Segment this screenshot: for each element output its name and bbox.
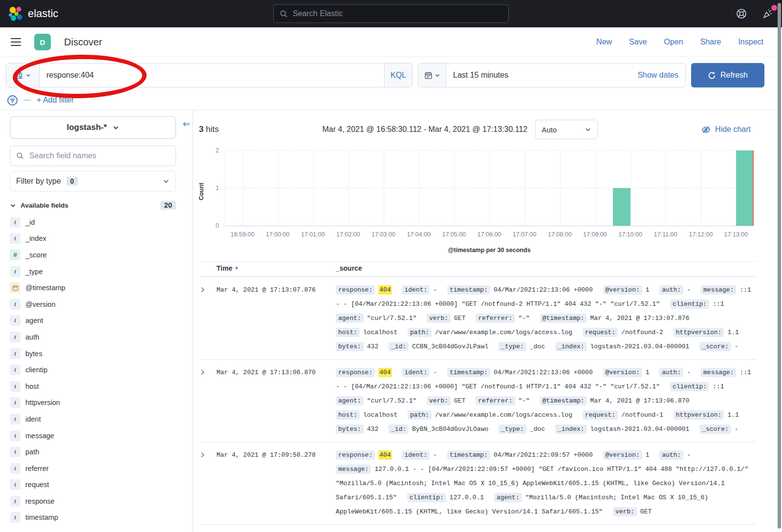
source-field-pair: _type:_doc [499,426,545,433]
source-field-pair: path:/var/www/example.com/logs/access.lo… [408,329,572,336]
global-search-input[interactable]: Search Elastic [273,4,509,23]
interval-select[interactable]: Auto [535,120,598,139]
histogram-bar[interactable] [613,188,630,226]
gridline [666,150,666,226]
doc-timestamp: Mar 4, 2021 @ 17:09:58.278 [217,448,336,519]
field-item-path[interactable]: tpath [10,444,183,460]
query-input[interactable]: response:404 [40,64,384,87]
saved-query-menu-button[interactable] [6,64,40,87]
query-language-button[interactable]: KQL [384,64,412,87]
gridline [243,150,243,226]
field-item-clientip[interactable]: tclientip [10,362,183,378]
field-pill: ident: [402,450,430,460]
query-section: response:404 KQL Last 15 minutes Show da… [0,57,782,106]
available-fields-label: Available fields [21,202,68,209]
field-item-_score[interactable]: #_score [10,247,183,263]
discover-app-badge[interactable]: D [34,34,51,50]
field-item-@timestamp[interactable]: @timestamp [10,279,183,296]
expand-row-chevron-icon[interactable] [199,365,217,436]
refresh-button[interactable]: Refresh [691,63,764,87]
source-field-pair: ident:- [402,369,437,376]
filter-by-type-toggle[interactable]: Filter by type 0 [10,171,176,192]
string-field-type-icon: t [10,348,21,359]
field-item-timestamp[interactable]: ttimestamp [10,510,183,526]
doc-table-body: Mar 4, 2021 @ 17:13:07.876response:404 i… [199,277,757,525]
date-quick-select-button[interactable] [418,64,446,87]
field-item-referrer[interactable]: treferrer [10,460,183,477]
scrollbar[interactable] [778,3,781,529]
app-navbar: D Discover New Save Open Share Inspect [0,27,782,57]
notification-dot [771,5,777,11]
field-pill: ident: [402,285,430,295]
string-field-type-icon: t [10,430,21,441]
field-pill: verb: [613,507,637,516]
field-pill: response: [336,368,375,377]
source-field-pair: response:404 [336,451,392,459]
field-item-ident[interactable]: tident [10,411,183,427]
save-button[interactable]: Save [629,38,647,46]
gridline [225,150,754,150]
field-item-response[interactable]: tresponse [10,493,183,510]
string-field-type-icon: t [10,463,21,474]
available-fields-header[interactable]: Available fields 20 [10,201,176,210]
source-field-pair: bytes:432 [336,343,378,350]
inspect-button[interactable]: Inspect [738,38,763,46]
field-item-_index[interactable]: t_index [10,231,183,247]
index-pattern-select[interactable]: logstash-* [10,116,176,139]
field-label: _index [25,234,46,242]
table-row: Mar 4, 2021 @ 17:09:58.278response:404 i… [199,442,757,525]
histogram-bar[interactable] [736,150,754,226]
expand-row-chevron-icon[interactable] [199,448,217,519]
collapse-sidebar-icon[interactable]: ⇐ [183,120,190,128]
time-range-value[interactable]: Last 15 minutes [446,71,637,80]
field-search-input[interactable]: Search field names [10,146,176,166]
source-field-pair: clientip:::1 [670,300,724,308]
time-column-header[interactable]: Time ▼ [217,264,336,272]
field-item-message[interactable]: tmessage [10,427,183,444]
source-field-pair: _id:CCBN_3cB04dGovJLPawl [389,343,488,350]
field-item-auth[interactable]: tauth [10,329,183,345]
x-tick-label: 17:07:00 [513,231,537,238]
add-filter-button[interactable]: + Add filter [37,96,74,105]
field-pill: _index: [555,425,587,434]
sort-desc-icon[interactable]: ▼ [234,266,239,271]
hide-chart-button[interactable]: Hide chart [701,125,751,134]
y-tick-label: 1 [216,185,219,192]
field-item-_type[interactable]: t_type [10,263,183,280]
field-item-@version[interactable]: t@version [10,296,183,313]
open-button[interactable]: Open [664,38,683,46]
show-dates-button[interactable]: Show dates [637,71,685,80]
field-item-host[interactable]: thost [10,378,183,395]
field-search-placeholder: Search field names [29,151,96,160]
elastic-brand[interactable]: elastic [8,6,58,21]
menu-hamburger-icon[interactable] [11,38,21,46]
field-pill: message: [701,368,736,377]
content: logstash-* ⇐ Search field names Filter b… [0,110,782,532]
field-item-request[interactable]: trequest [10,477,183,493]
expand-row-chevron-icon[interactable] [199,283,217,354]
share-button[interactable]: Share [700,38,721,46]
new-button[interactable]: New [596,38,612,46]
gridline [278,150,279,226]
field-item-agent[interactable]: tagent [10,313,183,329]
histogram-plot: 012 [225,150,754,226]
source-field-pair: httpversion:1.1 [673,329,739,336]
field-item-bytes[interactable]: tbytes [10,345,183,362]
help-button[interactable] [735,7,748,20]
highlighted-value: 404 [378,368,391,377]
field-label: timestamp [25,513,58,521]
newsfeed-button[interactable] [761,7,774,20]
source-field-pair: ident:- [402,286,437,294]
gridline [313,150,314,226]
filter-icon[interactable] [7,95,18,106]
x-axis-title: @timestamp per 30 seconds [225,247,754,254]
source-field-pair: clientip:::1 [670,383,724,390]
x-tick-label: 17:05:00 [442,231,466,238]
field-label: @version [25,300,55,308]
field-item-_id[interactable]: t_id [10,214,183,231]
field-pill: _index: [555,342,587,351]
source-field-pair: @timestamp:Mar 4, 2021 @ 17:13:07.876 [540,315,690,322]
gridline [384,150,384,226]
hits-label: hits [206,125,218,134]
field-item-httpversion[interactable]: thttpversion [10,395,183,411]
